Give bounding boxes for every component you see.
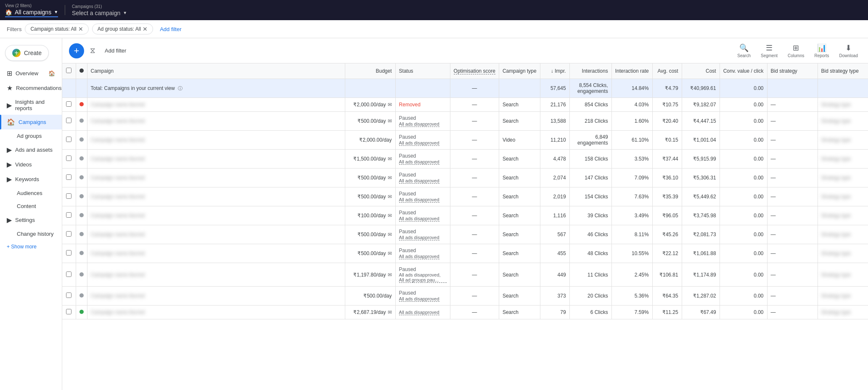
sidebar-item-keywords[interactable]: ▶ Keywords — [0, 172, 62, 187]
campaign-type-cell: Search — [499, 206, 540, 225]
avg-cost-cell: ₹45.26 — [652, 225, 682, 244]
row-checkbox[interactable] — [66, 137, 71, 142]
download-action-button[interactable]: ⬇ Download — [836, 42, 861, 60]
conv-value-cell: 0.00 — [720, 169, 767, 187]
sidebar-item-change-history[interactable]: Change history — [0, 227, 62, 240]
header-status[interactable]: Status — [395, 63, 450, 79]
add-button[interactable]: + — [69, 43, 84, 58]
all-campaigns-selector[interactable]: 🏠 All campaigns ▼ — [5, 9, 58, 17]
sidebar-item-overview[interactable]: ⊞ Overview 🏠 — [0, 66, 62, 81]
header-campaign-type[interactable]: Campaign type — [499, 63, 540, 79]
sidebar-item-recommendations[interactable]: ★ Recommendations — [0, 81, 62, 95]
interactions-cell: 154 Clicks — [569, 187, 611, 206]
filter-chip-close-icon-2[interactable]: ✕ — [143, 26, 148, 32]
sidebar-item-audiences[interactable]: Audiences — [0, 187, 62, 200]
avg-cost-cell: ₹37.44 — [652, 150, 682, 169]
header-avg-cost[interactable]: Avg. cost — [652, 63, 682, 79]
bid-strategy-cell: — — [767, 169, 818, 187]
create-button[interactable]: + Create — [5, 45, 49, 61]
campaign-name[interactable]: Campaign name blurred — [87, 306, 345, 319]
row-checkbox[interactable] — [66, 271, 71, 277]
status-cell: PausedAll ads disapproved — [395, 244, 450, 263]
sidebar-item-videos[interactable]: ▶ Videos — [0, 157, 62, 172]
interactions-cell: 158 Clicks — [569, 150, 611, 169]
header-bid-strategy[interactable]: Bid strategy — [767, 63, 818, 79]
conv-value-cell: 0.00 — [720, 206, 767, 225]
sidebar-item-settings[interactable]: ▶ Settings — [0, 213, 62, 227]
budget-cell: ₹500.00/day✉ — [345, 225, 395, 244]
row-checkbox[interactable] — [66, 231, 71, 237]
search-action-button[interactable]: 🔍 Search — [734, 42, 754, 60]
table-row: Campaign name blurred₹500.00/day✉PausedA… — [62, 225, 868, 244]
sidebar-item-ads-assets[interactable]: ▶ Ads and assets — [0, 142, 62, 157]
bid-strategy-cell: — — [767, 150, 818, 169]
filter-chip-close-icon[interactable]: ✕ — [78, 26, 83, 32]
search-icon: 🔍 — [739, 43, 749, 53]
impressions-cell: 567 — [540, 225, 569, 244]
sidebar-item-content[interactable]: Content — [0, 200, 62, 213]
row-checkbox[interactable] — [66, 292, 71, 298]
bid-strategy-type-cell: Strategy type — [818, 306, 868, 319]
select-all-checkbox[interactable] — [66, 68, 71, 73]
columns-action-button[interactable]: ⊞ Columns — [784, 42, 807, 60]
table-row: Campaign name blurred₹1,197.80/day✉Pause… — [62, 263, 868, 287]
table-row: Campaign name blurred₹500.00/day✉PausedA… — [62, 169, 868, 187]
header-budget[interactable]: Budget — [345, 63, 395, 79]
campaign-name[interactable]: Campaign name blurred — [87, 244, 345, 263]
sidebar-item-campaigns[interactable]: 🏠 Campaigns — [0, 115, 62, 129]
impressions-cell: 1,116 — [540, 206, 569, 225]
filter-button[interactable]: ⧖ — [87, 44, 98, 58]
status-cell: PausedAll ads disapproved — [395, 150, 450, 169]
row-checkbox[interactable] — [66, 101, 71, 107]
campaign-name[interactable]: Campaign name blurred — [87, 187, 345, 206]
header-bid-strategy-type[interactable]: Bid strategy type — [818, 63, 868, 79]
header-checkbox-col — [62, 63, 76, 79]
header-campaign[interactable]: Campaign — [87, 63, 345, 79]
campaign-status-filter-chip[interactable]: Campaign status: All ✕ — [25, 24, 88, 34]
header-interaction-rate[interactable]: Interaction rate — [611, 63, 652, 79]
header-interactions[interactable]: Interactions — [569, 63, 611, 79]
impressions-cell: 13,588 — [540, 112, 569, 131]
row-checkbox[interactable] — [66, 250, 71, 256]
sidebar-item-show-more[interactable]: + Show more — [0, 240, 62, 253]
row-checkbox[interactable] — [66, 193, 71, 199]
campaign-name[interactable]: Campaign name blurred — [87, 131, 345, 150]
row-checkbox[interactable] — [66, 155, 71, 161]
campaign-name[interactable]: Campaign name blurred — [87, 98, 345, 112]
email-icon: ✉ — [388, 250, 392, 256]
campaign-name[interactable]: Campaign name blurred — [87, 287, 345, 306]
row-checkbox[interactable] — [66, 212, 71, 218]
sidebar-item-ad-groups[interactable]: Ad groups — [0, 129, 62, 142]
campaign-name[interactable]: Campaign name blurred — [87, 150, 345, 169]
opt-score-cell: — — [450, 187, 499, 206]
campaign-selector[interactable]: Select a campaign ▼ — [72, 10, 127, 16]
campaign-name[interactable]: Campaign name blurred — [87, 206, 345, 225]
row-checkbox[interactable] — [66, 174, 71, 180]
header-impressions[interactable]: ↓ Impr. — [540, 63, 569, 79]
ad-group-status-filter-chip[interactable]: Ad group status: All ✕ — [92, 24, 153, 34]
segment-action-button[interactable]: ☰ Segment — [757, 42, 781, 60]
add-filter-toolbar-button[interactable]: Add filter — [101, 45, 130, 56]
interaction-rate-cell: 7.59% — [611, 306, 652, 319]
budget-cell: ₹500.00/day✉ — [345, 187, 395, 206]
interaction-rate-cell: 5.36% — [611, 287, 652, 306]
sidebar-item-insights[interactable]: ▶ Insights and reports — [0, 95, 62, 115]
header-conv-value[interactable]: Conv. value / click — [720, 63, 767, 79]
row-checkbox[interactable] — [66, 309, 71, 314]
campaign-name[interactable]: Campaign name blurred — [87, 263, 345, 287]
header-opt-score[interactable]: Optimisation score — [450, 63, 499, 79]
recommendations-icon: ★ — [7, 84, 13, 92]
campaign-type-cell: Search — [499, 112, 540, 131]
status-dot-icon — [79, 119, 84, 123]
campaign-name[interactable]: Campaign name blurred — [87, 112, 345, 131]
header-cost[interactable]: Cost — [682, 63, 720, 79]
reports-action-button[interactable]: 📊 Reports — [811, 42, 833, 60]
table-row: Campaign name blurred₹1,500.00/day✉Pause… — [62, 150, 868, 169]
add-filter-button[interactable]: Add filter — [156, 24, 185, 34]
campaign-name[interactable]: Campaign name blurred — [87, 169, 345, 187]
download-icon: ⬇ — [845, 43, 852, 53]
campaign-name[interactable]: Campaign name blurred — [87, 225, 345, 244]
avg-cost-cell: ₹11.25 — [652, 306, 682, 319]
email-icon: ✉ — [388, 118, 392, 124]
row-checkbox[interactable] — [66, 118, 71, 123]
